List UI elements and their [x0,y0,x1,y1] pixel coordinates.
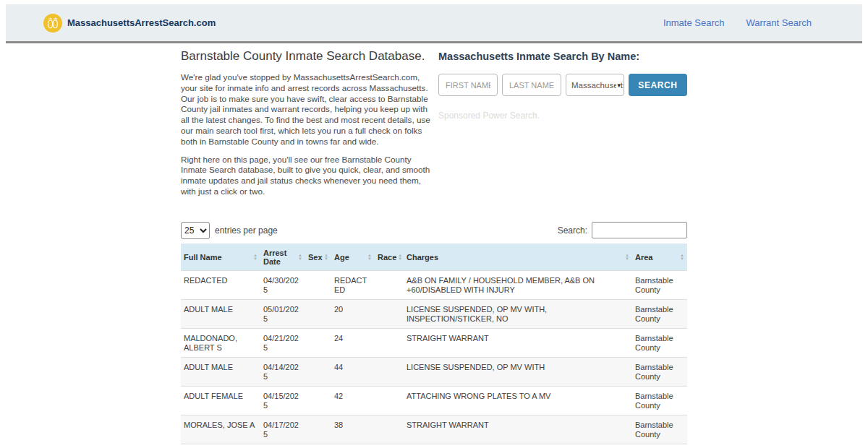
table-row: ADULT MALE04/17/202518UNREGISTERED MOTOR… [181,444,687,448]
col-label-charges: Charges [407,253,438,262]
col-header-race[interactable]: Race▲▼ [375,244,404,271]
sort-arrows-icon: ▲▼ [324,254,328,261]
site-title: MassachusettsArrestSearch.com [67,17,216,28]
cell-charges: LICENSE SUSPENDED, OP MV WITH, INSPECTIO… [404,300,632,329]
col-label-sex: Sex [308,253,323,262]
cell-sex [305,415,331,444]
cell-charges: STRAIGHT WARRANT [404,415,632,444]
cell-area: Barnstable County [632,329,687,358]
sort-arrows-icon: ▲▼ [298,254,302,261]
cell-sex [305,387,331,415]
state-select[interactable]: Massachusetts ▾ [566,74,624,96]
sort-arrows-icon: ▲▼ [680,254,684,261]
nav-warrant-search[interactable]: Warrant Search [746,17,812,28]
inmates-table: Full Name▲▼ Arrest Date▲▼ Sex▲▼ Age▲▼ Ra… [181,244,687,448]
cell-sex [305,358,331,387]
cell-race [375,387,404,415]
cell-charges: A&B ON FAMILY / HOUSEHOLD MEMBER, A&B ON… [404,271,632,300]
main-nav: Inmate Search Warrant Search [663,17,812,28]
nav-inmate-search[interactable]: Inmate Search [663,17,725,28]
col-header-full-name[interactable]: Full Name▲▼ [181,244,260,271]
table-search-group: Search: [558,222,687,238]
cell-area: Barnstable County [632,300,687,329]
inmates-table-header: Full Name▲▼ Arrest Date▲▼ Sex▲▼ Age▲▼ Ra… [181,244,687,271]
search-button[interactable]: SEARCH [629,74,687,96]
col-header-charges[interactable]: Charges▲▼ [404,244,632,271]
search-form-column: Massachusetts Inmate Search By Name: Mas… [438,48,687,121]
entries-per-page-select[interactable]: 25 [181,222,210,239]
intro-column: Barnstable County Inmate Search Database… [181,48,430,204]
cell-full-name: ADULT MALE [181,358,260,387]
col-label-age: Age [334,253,349,262]
cell-arrest-date: 05/01/2025 [260,300,305,329]
cell-full-name: MORALES, JOSE A [181,415,260,444]
inmate-table-body: REDACTED04/30/2025REDACTEDA&B ON FAMILY … [181,271,687,448]
main-content: Barnstable County Inmate Search Database… [181,48,687,448]
page-title: Barnstable County Inmate Search Database… [181,49,430,64]
table-row: ADULT FEMALE04/15/202542ATTACHING WRONG … [181,387,687,415]
cell-full-name: ADULT FEMALE [181,387,260,415]
last-name-input[interactable] [502,74,561,96]
cell-age: 44 [331,358,375,387]
cell-sex [305,271,331,300]
cell-sex [305,300,331,329]
cell-arrest-date: 04/17/2025 [260,444,305,448]
cell-race [375,271,404,300]
cell-race [375,444,404,448]
cell-race [375,300,404,329]
entries-per-page-group: 25 entries per page [181,222,278,239]
page: MassachusettsArrestSearch.com Inmate Sea… [0,0,868,448]
site-logo[interactable]: MassachusettsArrestSearch.com [43,14,216,33]
cell-full-name: REDACTED [181,271,260,300]
search-form: Massachusetts ▾ SEARCH [438,74,687,96]
cell-age: 38 [331,415,375,444]
col-label-arrest-date: Arrest Date [263,249,297,266]
intro-paragraph-1: We're glad you've stopped by Massachuset… [181,72,430,147]
cell-race [375,329,404,358]
cell-age: 42 [331,387,375,415]
site-header: MassachusettsArrestSearch.com Inmate Sea… [6,4,862,43]
cell-full-name: ADULT MALE [181,444,260,448]
cell-sex [305,444,331,448]
cell-arrest-date: 04/14/2025 [260,358,305,387]
first-name-input[interactable] [438,74,498,96]
entries-per-page-label: entries per page [215,225,278,236]
search-form-heading: Massachusetts Inmate Search By Name: [438,51,687,62]
table-row: REDACTED04/30/2025REDACTEDA&B ON FAMILY … [181,271,687,300]
cell-age: REDACTED [331,271,375,300]
cell-charges: STRAIGHT WARRANT [404,329,632,358]
table-row: MORALES, JOSE A04/17/202538STRAIGHT WARR… [181,415,687,444]
cell-arrest-date: 04/15/2025 [260,387,305,415]
cell-area: Barnstable County [632,271,687,300]
sort-arrows-icon: ▲▼ [253,254,258,261]
table-search-label: Search: [558,225,587,236]
cell-charges: UNREGISTERED MOTOR VEHICLE, UNINSURED MO… [404,444,632,448]
table-row: ADULT MALE04/14/202544LICENSE SUSPENDED,… [181,358,687,387]
col-header-area[interactable]: Area▲▼ [632,244,687,271]
cell-age: 24 [331,329,375,358]
col-label-full-name: Full Name [184,253,222,262]
sort-arrows-icon: ▲▼ [398,254,402,261]
col-header-sex[interactable]: Sex▲▼ [305,244,331,271]
cell-charges: LICENSE SUSPENDED, OP MV WITH [404,358,632,387]
cell-area: Barnstable County [632,415,687,444]
table-search-input[interactable] [592,222,687,238]
cell-full-name: ADULT MALE [181,300,260,329]
cell-area: Barnstable County [632,387,687,415]
cell-age: 20 [331,300,375,329]
cell-arrest-date: 04/30/2025 [260,271,305,300]
col-label-race: Race [378,253,396,262]
col-label-area: Area [635,253,652,262]
cell-full-name: MALDONADO, ALBERT S [181,329,260,358]
cell-age: 18 [331,444,375,448]
col-header-arrest-date[interactable]: Arrest Date▲▼ [260,244,305,271]
cell-area: Barnstable County [632,444,687,448]
col-header-age[interactable]: Age▲▼ [331,244,375,271]
sort-arrows-icon: ▲▼ [625,254,629,261]
cell-charges: ATTACHING WRONG PLATES TO A MV [404,387,632,415]
cell-race [375,415,404,444]
cell-arrest-date: 04/17/2025 [260,415,305,444]
chevron-down-icon: ▾ [616,81,621,88]
cell-race [375,358,404,387]
intro-paragraph-2: Right here on this page, you'll see our … [181,155,430,197]
